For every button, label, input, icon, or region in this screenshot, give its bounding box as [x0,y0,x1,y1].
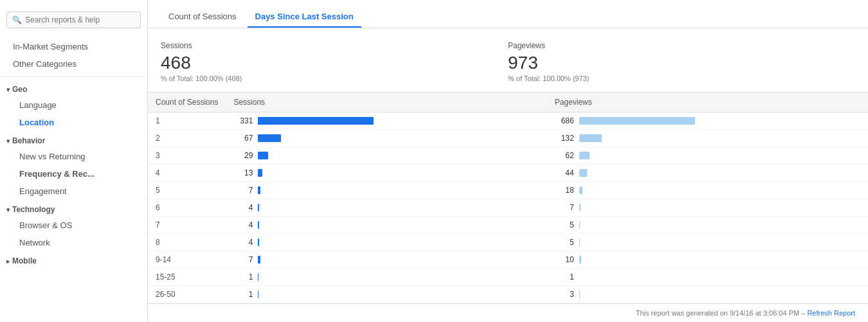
geo-arrow-icon: ▾ [6,86,10,93]
footer: This report was generated on 9/14/16 at … [148,303,868,322]
pageviews-bar [579,134,602,142]
metrics-summary: Sessions 468 % of Total: 100.00% (468) P… [148,28,868,93]
sessions-bar-container [258,134,374,142]
sidebar-item-other-categories[interactable]: Other Categories [0,55,147,73]
tab-days-since-last-session[interactable]: Days Since Last Session [248,6,361,28]
search-box[interactable]: 🔍 [6,12,141,28]
sidebar-item-frequency[interactable]: Frequency & Rec... [0,165,147,183]
pageviews-bar [579,186,583,194]
count-cell: 1 [148,112,226,130]
pageviews-bar [579,117,695,125]
refresh-report-link[interactable]: Refresh Report [807,309,855,317]
sessions-value: 468 [161,53,508,73]
sessions-label: Sessions [161,41,508,50]
pageviews-bar-container [579,256,695,264]
pageviews-value: 973 [508,53,855,73]
pageviews-bar-container [579,117,695,125]
sidebar-item-network[interactable]: Network [0,234,147,251]
pageviews-bar-container [579,186,695,194]
col-header-pageviews[interactable]: Pageviews [547,93,868,112]
table-container: Count of Sessions Sessions Pageviews 1 3… [148,93,868,303]
data-table: Count of Sessions Sessions Pageviews 1 3… [148,93,868,303]
pageviews-bar [579,291,580,298]
sessions-cell: 4 [226,199,547,217]
tab-count-of-sessions[interactable]: Count of Sessions [161,6,244,28]
pageviews-cell: 5 [547,217,868,234]
sessions-bar [258,204,259,211]
sidebar-item-new-vs-returning[interactable]: New vs Returning [0,148,147,165]
pageviews-bar-container [579,221,695,229]
pageviews-metric: Pageviews 973 % of Total: 100.00% (973) [508,41,855,82]
sessions-cell: 4 [226,217,547,234]
sessions-cell: 7 [226,251,547,269]
pageviews-bar [579,256,581,264]
sessions-bar-container [258,273,374,281]
sessions-bar [258,152,268,159]
sessions-sub: % of Total: 100.00% (468) [161,75,508,82]
pageviews-cell: 132 [547,130,868,147]
col-header-sessions[interactable]: Sessions [226,93,547,112]
sessions-bar-container [258,291,374,298]
sessions-metric: Sessions 468 % of Total: 100.00% (468) [161,41,508,82]
sidebar-item-engagement[interactable]: Engagement [0,183,147,200]
pageviews-bar-container [579,291,695,298]
sessions-bar-container [258,221,374,229]
pageviews-cell: 62 [547,147,868,165]
table-row: 26-50 1 3 [148,286,868,303]
sidebar-item-browser-os[interactable]: Browser & OS [0,217,147,234]
sidebar-section-technology[interactable]: ▾ Technology [0,200,147,217]
sessions-bar-container [258,169,374,177]
sessions-cell: 29 [226,147,547,165]
count-cell: 26-50 [148,286,226,303]
search-icon: 🔍 [12,15,22,24]
sidebar-section-behavior[interactable]: ▾ Behavior [0,131,147,148]
tabs-bar: Count of Sessions Days Since Last Sessio… [148,0,868,28]
pageviews-bar [579,152,590,159]
table-row: 8 4 5 [148,234,868,251]
table-row: 6 4 7 [148,199,868,217]
count-cell: 9-14 [148,251,226,269]
sessions-bar-container [258,186,374,194]
pageviews-cell: 686 [547,112,868,130]
sessions-bar [258,273,258,281]
sidebar-section-geo[interactable]: ▾ Geo [0,80,147,96]
sidebar-item-in-market-segments[interactable]: In-Market Segments [0,38,147,55]
pageviews-cell: 18 [547,182,868,199]
sessions-cell: 1 [226,269,547,286]
pageviews-bar [579,221,580,229]
pageviews-cell: 3 [547,286,868,303]
pageviews-bar-container [579,273,695,281]
pageviews-bar [579,204,581,211]
sessions-cell: 4 [226,234,547,251]
mobile-arrow-icon: ▸ [6,258,10,265]
behavior-arrow-icon: ▾ [6,138,10,145]
sessions-cell: 13 [226,165,547,182]
table-row: 4 13 44 [148,165,868,182]
pageviews-cell: 10 [547,251,868,269]
table-row: 2 67 132 [148,130,868,147]
pageviews-label: Pageviews [508,41,855,50]
sidebar-item-location[interactable]: Location [0,114,147,131]
table-row: 1 331 686 [148,112,868,130]
sessions-bar-container [258,238,374,246]
search-input[interactable] [25,15,135,24]
pageviews-cell: 5 [547,234,868,251]
col-header-count[interactable]: Count of Sessions [148,93,226,112]
footer-text: This report was generated on 9/14/16 at … [636,309,808,317]
sessions-cell: 331 [226,112,547,130]
pageviews-bar [579,169,587,177]
table-row: 7 4 5 [148,217,868,234]
pageviews-cell: 7 [547,199,868,217]
count-cell: 2 [148,130,226,147]
table-row: 15-25 1 1 [148,269,868,286]
sidebar-section-mobile[interactable]: ▸ Mobile [0,251,147,268]
sessions-bar [258,169,262,177]
count-cell: 15-25 [148,269,226,286]
sessions-bar [258,238,259,246]
pageviews-bar [579,238,580,246]
sidebar-item-language[interactable]: Language [0,96,147,114]
sidebar: 🔍 In-Market Segments Other Categories ▾ … [0,0,148,322]
sessions-bar [258,186,260,194]
count-cell: 8 [148,234,226,251]
sessions-bar-container [258,117,374,125]
